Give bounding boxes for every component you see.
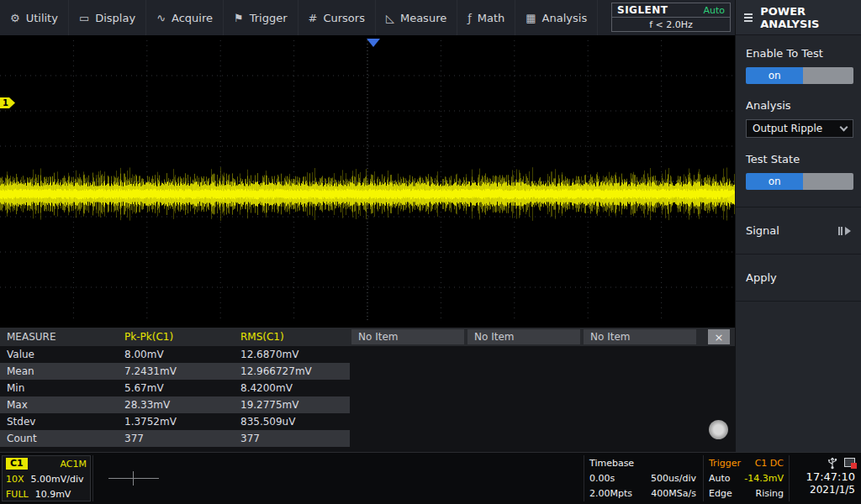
close-icon[interactable] bbox=[708, 329, 730, 344]
measure-col-rms[interactable]: RMS(C1) bbox=[234, 328, 350, 346]
panel-title: POWER ANALYSIS bbox=[760, 5, 853, 30]
menu-item-acquire[interactable]: Acquire bbox=[146, 0, 224, 35]
enable-to-test-toggle[interactable]: on bbox=[746, 67, 853, 84]
measure-col-noitem-1[interactable]: No Item bbox=[351, 329, 464, 344]
menu-label: Utility bbox=[26, 12, 58, 24]
stat-label: Count bbox=[0, 430, 118, 447]
power-analysis-panel: POWER ANALYSIS Enable To Test on Analysi… bbox=[735, 0, 861, 452]
chart-icon bbox=[526, 13, 536, 24]
stat-label: Mean bbox=[0, 363, 118, 380]
trigger-level: -14.3mV bbox=[744, 473, 784, 484]
gesture-circle-button[interactable] bbox=[709, 420, 728, 439]
menu-item-trigger[interactable]: Trigger bbox=[224, 0, 298, 35]
timebase-delay: 0.00s bbox=[589, 473, 615, 484]
test-state-label: Test State bbox=[746, 153, 851, 165]
timebase-descriptor-box[interactable]: Timebase 0.00s 500us/div 2.00Mpts 400MSa… bbox=[584, 455, 701, 501]
signal-label: Signal bbox=[746, 224, 779, 237]
timebase-samplerate: 400MSa/s bbox=[651, 488, 696, 499]
table-row: Min 5.67mV 8.4200mV bbox=[0, 380, 735, 396]
measure-col-noitem-3[interactable]: No Item bbox=[584, 329, 696, 344]
trigger-type: Edge bbox=[709, 488, 732, 499]
reference-marker-box bbox=[92, 455, 173, 501]
menu-label: Trigger bbox=[250, 12, 288, 24]
measure-col-pkpk[interactable]: Pk-Pk(C1) bbox=[118, 328, 234, 346]
menu-item-utility[interactable]: Utility bbox=[0, 0, 69, 35]
measure-header-row: MEASURE Pk-Pk(C1) RMS(C1) No Item No Ite… bbox=[0, 328, 735, 346]
stat-value: 12.6870mV bbox=[234, 346, 350, 363]
channel1-probe: 10X bbox=[6, 474, 24, 485]
measure-title: MEASURE bbox=[0, 328, 118, 346]
menu-item-cursors[interactable]: Cursors bbox=[298, 0, 376, 35]
signal-button[interactable]: Signal bbox=[736, 207, 861, 255]
stat-value: 19.2775mV bbox=[234, 396, 350, 413]
enable-to-test-label: Enable To Test bbox=[746, 47, 851, 60]
top-menu-bar: Utility Display Acquire Trigger Cursors … bbox=[0, 0, 735, 35]
bottom-status-bar: C1 AC1M 10X 5.00mV/div FULL 10.9mV Timeb… bbox=[0, 452, 861, 504]
siglent-logo-box: SIGLENT Auto f < 2.0Hz bbox=[611, 3, 731, 32]
menu-label: Math bbox=[478, 12, 505, 24]
trigger-title: Trigger bbox=[709, 458, 741, 469]
menu-label: Acquire bbox=[172, 12, 213, 24]
waveform-display-area[interactable]: 1 bbox=[0, 35, 735, 328]
menu-label: Display bbox=[95, 12, 135, 24]
stat-value: 835.509uV bbox=[234, 413, 350, 430]
stat-value: 12.966727mV bbox=[234, 363, 350, 380]
trigger-mode: Auto bbox=[709, 473, 731, 484]
analysis-dropdown[interactable]: Output Ripple bbox=[746, 119, 853, 138]
stat-label: Value bbox=[0, 346, 118, 363]
brand-logo: SIGLENT bbox=[617, 4, 668, 16]
acquisition-mode-badge: Auto bbox=[703, 5, 725, 16]
gear-icon bbox=[10, 13, 20, 24]
toggle-on-segment[interactable]: on bbox=[746, 67, 803, 84]
table-row: Stdev 1.3752mV 835.509uV bbox=[0, 413, 735, 430]
panel-header[interactable]: POWER ANALYSIS bbox=[736, 0, 861, 35]
stat-value: 8.4200mV bbox=[234, 380, 350, 396]
stat-value: 8.00mV bbox=[118, 346, 234, 363]
menu-item-display[interactable]: Display bbox=[69, 0, 146, 35]
table-row: Mean 7.2431mV 12.966727mV bbox=[0, 363, 735, 380]
signal-expand-icon bbox=[838, 227, 851, 235]
chevron-down-icon bbox=[840, 123, 848, 132]
timebase-title: Timebase bbox=[589, 458, 634, 469]
toggle-off-segment[interactable] bbox=[803, 67, 853, 84]
analysis-selected-value: Output Ripple bbox=[753, 123, 822, 134]
test-state-toggle[interactable]: on bbox=[746, 173, 853, 190]
table-row: Value 8.00mV 12.6870mV bbox=[0, 346, 735, 363]
stat-value: 377 bbox=[118, 430, 234, 447]
trigger-descriptor-box[interactable]: Trigger C1 DC Auto -14.3mV Edge Rising bbox=[703, 455, 789, 501]
menu-label: Analysis bbox=[542, 12, 588, 24]
channel1-tag: C1 bbox=[6, 458, 28, 470]
waveform-canvas bbox=[0, 35, 735, 328]
channel1-descriptor-box[interactable]: C1 AC1M 10X 5.00mV/div FULL 10.9mV bbox=[2, 455, 91, 501]
timebase-scale: 500us/div bbox=[651, 473, 696, 484]
stat-value: 5.67mV bbox=[118, 380, 234, 396]
crosshair-icon bbox=[133, 471, 134, 486]
measure-panel: MEASURE Pk-Pk(C1) RMS(C1) No Item No Ite… bbox=[0, 328, 735, 452]
stat-label: Max bbox=[0, 396, 118, 413]
channel1-scale: 5.00mV/div bbox=[31, 474, 84, 485]
clock-date: 2021/1/5 bbox=[810, 484, 855, 496]
stat-label: Min bbox=[0, 380, 118, 396]
stat-value: 28.33mV bbox=[118, 396, 234, 413]
clock-box: 17:47:10 2021/1/5 bbox=[789, 455, 859, 501]
trigger-position-marker[interactable] bbox=[367, 39, 380, 47]
trigger-level-marker[interactable] bbox=[726, 193, 735, 205]
trigger-frequency-readout: f < 2.0Hz bbox=[611, 18, 731, 32]
apply-label: Apply bbox=[746, 271, 777, 284]
hamburger-menu-icon bbox=[744, 13, 753, 22]
menu-item-math[interactable]: Math bbox=[457, 0, 515, 35]
menu-label: Cursors bbox=[323, 12, 365, 24]
cursors-icon bbox=[309, 13, 318, 24]
stat-label: Stdev bbox=[0, 413, 118, 430]
trigger-source: C1 DC bbox=[755, 458, 784, 469]
crosshair-icon bbox=[108, 478, 159, 479]
toggle-off-segment[interactable] bbox=[803, 173, 853, 190]
menu-item-analysis[interactable]: Analysis bbox=[515, 0, 598, 35]
menu-item-measure[interactable]: Measure bbox=[376, 0, 457, 35]
ruler-icon bbox=[386, 13, 394, 24]
stat-value: 1.3752mV bbox=[118, 413, 234, 430]
apply-button[interactable]: Apply bbox=[736, 255, 861, 302]
display-icon bbox=[79, 13, 89, 24]
measure-col-noitem-2[interactable]: No Item bbox=[467, 329, 580, 344]
toggle-on-segment[interactable]: on bbox=[746, 173, 803, 190]
